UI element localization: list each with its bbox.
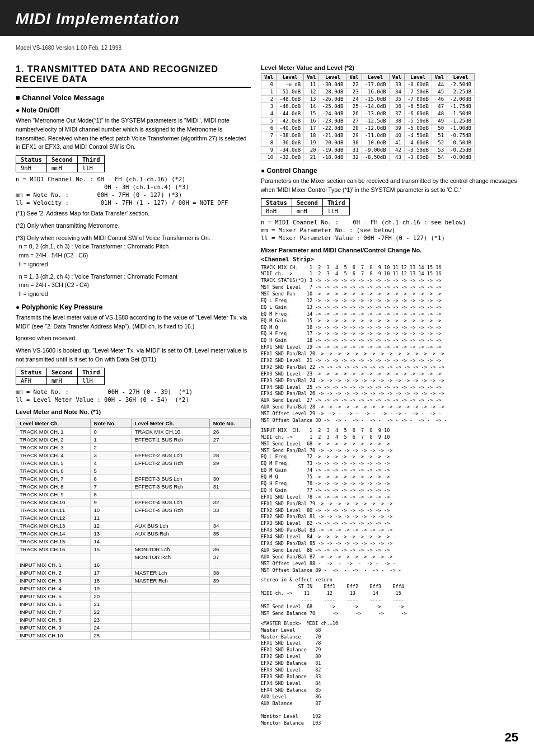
poly-key-heading: Polyphonic Key Pressure <box>16 303 251 311</box>
control-change-text: Parameters on the Mixer section can be r… <box>261 177 518 195</box>
control-change-title: Control Change <box>261 167 518 175</box>
page-title: MIDI Implementation <box>16 10 518 28</box>
status-table-2: StatusSecondThird AFHmmHllH <box>16 368 105 385</box>
poly-key-text2: Ignored when received. <box>16 334 251 343</box>
master-block-table: <MASTER Block> MIDI ch.=16 Master Level … <box>261 621 518 727</box>
poly-key-lines: mm = Note No. : 00H - 27H (0 - 39) (*1) … <box>16 388 251 403</box>
mixer-param-title: Mixer Parameter and MIDI Channel/Control… <box>261 247 518 253</box>
stereo-effect-table: stereo in & effect return ST IN Eff1 Eff… <box>261 577 518 617</box>
page-number: 25 <box>505 730 518 745</box>
cc-lines: n = MIDI Channel No. : 0H - FH (ch.1-ch.… <box>261 219 518 241</box>
note-number-table: Level Meter Ch. Note No. Level Meter Ch.… <box>16 419 251 640</box>
level-meter-note-title: Level Meter and Note No. (*1) <box>16 408 251 415</box>
channel-strip-label: <Channel Strip> <box>261 256 518 262</box>
header: MIDI Implementation <box>0 0 534 36</box>
level-meter-value-table: ValLevel ValLevel ValLevel ValLevel ValL… <box>261 73 475 161</box>
section1-title: 1. TRANSMITTED DATA AND RECOGNIZED RECEI… <box>16 64 251 88</box>
channel-strip-table: TRACK MIX CH. 1 2 3 4 5 6 7 8 9 10 11 12… <box>261 265 518 424</box>
input-mix-table: INPUT MIX CH. 1 2 3 4 5 6 7 8 9 10 MIDI … <box>261 428 518 574</box>
channel-voice-heading: Channel Voice Message <box>16 93 251 102</box>
note-on-off-heading: Note On/Off <box>16 106 251 114</box>
footnotes: (*1) See '2. Address Map for Data Transf… <box>16 209 251 299</box>
model-line: Model VS-1680 Version 1.00 Feb. 12 1998 <box>16 45 518 51</box>
note-on-off-text: When "Metronome Out Mode(*1)" in the SYS… <box>16 116 251 152</box>
level-meter-value-title: Level Meter Value and Level (*2) <box>261 64 518 71</box>
status-table-1: StatusSecondThird 9nHmmHllH <box>16 155 105 172</box>
poly-key-text1: Transmits the level meter value of VS-16… <box>16 313 251 331</box>
note-on-lines: n = MIDI Channel No. : 0H - FH (ch.1-ch.… <box>16 176 251 206</box>
cc-status-table: StatusSecondThird BnHmmHllH <box>261 198 350 215</box>
poly-key-text3: When VS-1680 is booted up, "Level Meter … <box>16 346 251 364</box>
